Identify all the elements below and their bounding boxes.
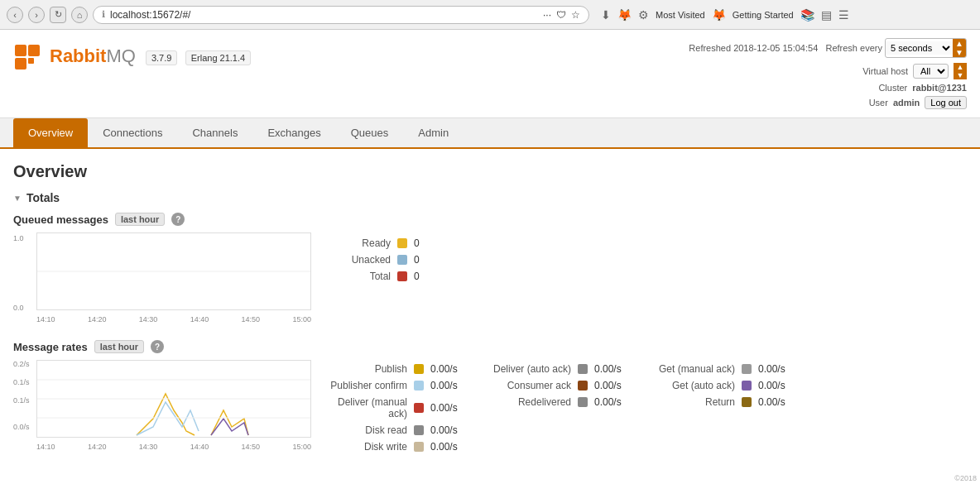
content: Overview ▼ Totals Queued messages last h… [0,149,980,466]
vhost-row: Virtual host All ▲▼ [689,63,967,79]
svg-rect-3 [28,58,34,64]
tab-channels[interactable]: Channels [177,118,252,149]
menu-icon[interactable]: ☰ [838,8,849,22]
extension-icon[interactable]: 🦊 [617,8,632,22]
logo-area: RabbitMQ 3.7.9 Erlang 21.1.4 [13,38,251,77]
refresh-arrow-icon: ▲▼ [953,39,966,57]
svg-rect-1 [28,45,40,56]
rates-col-3: Get (manual ack) 0.00/s Get (auto ack) 0… [652,363,800,453]
app-header: RabbitMQ 3.7.9 Erlang 21.1.4 Refreshed 2… [0,30,980,118]
rate-label-return: Return [652,396,735,408]
stat-label-total: Total [324,271,391,282]
virtual-host-label: Virtual host [862,66,908,76]
most-visited-label[interactable]: Most Visited [656,10,705,20]
rate-get-auto: Get (auto ack) 0.00/s [652,380,800,391]
rate-deliver-manual: Deliver (manual ack) 0.00/s [324,396,472,419]
cluster-value: rabbit@1231 [912,83,967,93]
nav-tabs: Overview Connections Channels Exchanges … [0,118,980,149]
rate-label-disk-read: Disk read [324,424,407,436]
vhost-arrow-icon: ▲▼ [954,63,967,79]
rx-1410: 14:10 [36,443,55,451]
message-rates-text: Message rates [13,341,88,353]
home-button[interactable]: ⌂ [71,7,88,23]
user-row: User admin Log out [689,96,967,109]
refresh-label: Refresh every 5 seconds 10 seconds 30 se… [825,43,967,53]
queued-stats-table: Ready 0 Unacked 0 Total 0 [324,232,420,323]
disk-read-dot [414,425,424,435]
rate-value-disk-write: 0.00/s [430,441,472,453]
rates-chart-inner [36,360,311,438]
address-bar[interactable]: ℹ localhost:15672/#/ ··· 🛡 ☆ [93,6,589,24]
bookmark-star-icon[interactable]: ☆ [571,9,580,21]
logout-button[interactable]: Log out [925,96,967,109]
return-dot [742,397,752,407]
queued-help-icon[interactable]: ? [171,213,185,226]
rate-value-deliver-manual: 0.00/s [430,402,472,414]
rx-1450: 14:50 [242,443,261,451]
download-icon[interactable]: ⬇ [601,8,611,22]
rates-y-0_0: 0.0/s [13,423,30,431]
rate-value-return: 0.00/s [758,396,800,408]
rate-label-get-manual: Get (manual ack) [652,363,735,375]
sidebar-icon[interactable]: ▤ [821,8,832,22]
rate-label-get-auto: Get (auto ack) [652,380,735,391]
rx-1440: 14:40 [190,443,209,451]
stat-row-unacked: Unacked 0 [324,254,420,266]
x-label-1450: 14:50 [242,315,261,323]
rates-col-2: Deliver (auto ack) 0.00/s Consumer ack 0… [488,363,636,453]
tab-admin[interactable]: Admin [403,118,464,149]
svg-rect-0 [15,45,26,56]
version-badge: 3.7.9 [146,50,177,65]
forward-button[interactable]: › [28,7,45,23]
rates-stats-columns: Publish 0.00/s Publisher confirm 0.00/s … [324,360,967,453]
rates-help-icon[interactable]: ? [151,340,164,353]
queued-messages-section: Queued messages last hour ? 1.0 0.0 14:1… [13,213,967,323]
rate-disk-read: Disk read 0.00/s [324,424,472,436]
tab-exchanges[interactable]: Exchanges [252,118,335,149]
queued-time-badge: last hour [115,213,165,226]
getting-started-label[interactable]: Getting Started [733,10,794,20]
virtual-host-select[interactable]: All [913,64,949,79]
message-rates-section: Message rates last hour ? 0.2/s 0.1/s 0.… [13,340,967,453]
back-button[interactable]: ‹ [7,7,23,23]
tab-connections[interactable]: Connections [88,118,177,149]
rate-value-get-auto: 0.00/s [758,380,800,391]
refresh-button[interactable]: ↻ [50,7,66,23]
refreshed-timestamp: Refreshed 2018-12-05 15:04:54 [689,43,818,53]
rabbitmq-logo-icon [13,38,50,74]
unacked-dot [397,255,407,265]
rate-consumer-ack: Consumer ack 0.00/s [488,380,636,391]
rate-label-disk-write: Disk write [324,441,407,453]
browser-actions: ⬇ 🦊 ⚙ Most Visited 🦊 Getting Started 📚 ▤… [601,8,849,22]
rate-value-disk-read: 0.00/s [430,424,472,436]
collapse-icon: ▼ [13,194,22,203]
rate-return: Return 0.00/s [652,396,800,408]
tab-queues[interactable]: Queues [336,118,404,149]
rate-redelivered: Redelivered 0.00/s [488,396,636,408]
rates-col-1: Publish 0.00/s Publisher confirm 0.00/s … [324,363,472,453]
rate-publish: Publish 0.00/s [324,363,472,375]
totals-label: Totals [26,191,60,204]
user-value: admin [893,98,920,108]
rate-value-get-manual: 0.00/s [758,363,800,375]
refresh-select-wrap[interactable]: 5 seconds 10 seconds 30 seconds 60 secon… [885,38,967,58]
rate-get-manual: Get (manual ack) 0.00/s [652,363,800,375]
queued-chart-svg [37,233,310,309]
redelivered-dot [578,397,588,407]
header-right: Refreshed 2018-12-05 15:04:54 Refresh ev… [689,38,967,109]
settings-icon[interactable]: ⚙ [638,8,649,22]
totals-section-header[interactable]: ▼ Totals [13,191,967,204]
queued-messages-label: Queued messages last hour ? [13,213,967,226]
chart-y-bottom: 0.0 [13,304,24,312]
stat-label-ready: Ready [324,237,391,249]
tab-overview[interactable]: Overview [13,118,88,149]
library-icon[interactable]: 📚 [800,8,814,22]
refresh-seconds-select[interactable]: 5 seconds 10 seconds 30 seconds 60 secon… [886,41,953,55]
chart-y-top: 1.0 [13,234,24,242]
stat-value-total: 0 [414,271,420,282]
deliver-auto-dot [578,364,588,374]
queued-chart-inner [36,232,311,310]
rates-chart-svg [37,361,310,437]
rate-deliver-auto: Deliver (auto ack) 0.00/s [488,363,636,375]
more-options-icon[interactable]: ··· [543,9,551,21]
